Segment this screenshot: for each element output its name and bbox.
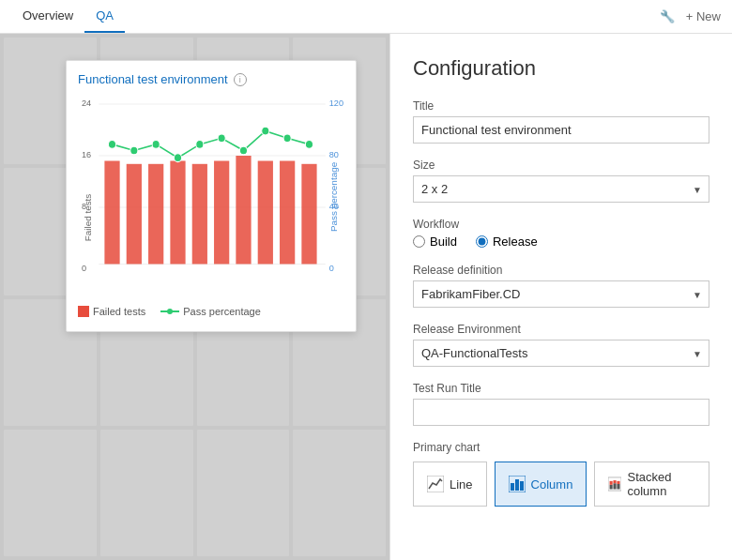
chart-options: Line Column [413,462,709,507]
svg-point-26 [152,141,160,149]
size-group: Size 1 x 1 2 x 2 3 x 3 4 x 4 ▼ [413,159,709,203]
release-def-label: Release definition [413,264,709,277]
primary-chart-label: Primary chart [413,441,709,454]
chart-option-stacked[interactable]: Stacked column [594,462,709,507]
svg-rect-41 [614,483,617,489]
svg-text:Pass percentage: Pass percentage [328,162,339,232]
config-title: Configuration [413,56,709,81]
workflow-build-radio[interactable] [413,235,425,248]
dashboard-grid: Functional test environment i 24 16 8 0 … [0,34,389,560]
release-env-select[interactable]: QA-FunctionalTests [413,340,709,367]
svg-point-24 [108,141,115,149]
grid-cell [4,430,97,556]
svg-rect-22 [280,161,295,265]
svg-point-31 [262,127,269,135]
svg-text:0: 0 [329,263,334,273]
widget-card: Functional test environment i 24 16 8 0 … [66,60,357,332]
release-def-select-wrapper: FabrikamFiber.CD ▼ [413,280,709,308]
svg-text:0: 0 [82,263,86,273]
svg-rect-40 [610,481,613,485]
widget-title-text: Functional test environment [78,72,228,86]
chart-option-line[interactable]: Line [413,462,487,507]
workflow-label: Workflow [413,218,709,231]
svg-text:120: 120 [329,98,343,108]
stacked-chart-icon [608,476,621,492]
title-label: Title [413,99,709,113]
workflow-group: Workflow Build Release [413,218,709,249]
svg-rect-21 [258,161,273,265]
legend-pass-line [160,310,179,312]
chart-area: 24 16 8 0 120 80 40 0 Failed tests Pass … [78,94,344,300]
tab-qa[interactable]: QA [84,0,125,33]
svg-rect-17 [170,161,185,265]
legend-failed-color [78,306,89,317]
svg-text:Failed tests: Failed tests [84,193,94,241]
info-icon[interactable]: i [234,73,247,86]
svg-rect-42 [614,480,617,483]
svg-rect-39 [610,485,613,490]
main-content: Functional test environment i 24 16 8 0 … [0,34,732,560]
svg-rect-18 [192,164,207,265]
grid-cell [293,430,386,556]
svg-point-33 [305,141,313,149]
svg-rect-14 [104,161,119,265]
svg-rect-37 [520,481,524,491]
test-run-group: Test Run Title [413,382,709,426]
column-chart-icon [509,476,526,492]
svg-point-32 [283,134,291,143]
test-run-label: Test Run Title [413,382,709,395]
header-actions: 🔧 + New [660,9,721,23]
svg-rect-15 [127,164,142,265]
svg-point-27 [174,154,181,162]
line-chart-icon [427,476,444,492]
title-input[interactable] [413,116,709,144]
svg-point-29 [218,134,225,143]
release-def-group: Release definition FabrikamFiber.CD ▼ [413,264,709,308]
svg-point-30 [239,146,247,155]
title-group: Title [413,99,709,144]
svg-text:16: 16 [82,149,91,159]
release-env-select-wrapper: QA-FunctionalTests ▼ [413,340,709,367]
workflow-release-label: Release [493,235,538,249]
legend-pass-label: Pass percentage [183,306,261,317]
primary-chart-group: Primary chart Line [413,441,709,507]
workflow-release-option[interactable]: Release [476,235,538,249]
chart-svg: 24 16 8 0 120 80 40 0 Failed tests Pass … [78,94,344,300]
svg-rect-35 [511,483,514,491]
svg-rect-36 [515,479,519,491]
size-label: Size [413,159,709,172]
release-env-label: Release Environment [413,323,709,336]
svg-rect-19 [214,161,229,265]
chart-option-stacked-label: Stacked column [627,470,695,498]
workflow-build-option[interactable]: Build [413,235,457,249]
wrench-icon: 🔧 [660,9,675,23]
svg-rect-43 [618,484,620,489]
chart-option-line-label: Line [450,477,473,492]
svg-rect-23 [301,164,316,265]
release-env-group: Release Environment QA-FunctionalTests ▼ [413,323,709,367]
svg-text:24: 24 [82,98,92,108]
new-button[interactable]: + New [686,9,721,23]
chart-option-column[interactable]: Column [495,462,587,507]
workflow-build-label: Build [430,235,457,249]
size-select-wrapper: 1 x 1 2 x 2 3 x 3 4 x 4 ▼ [413,175,709,203]
svg-point-25 [130,146,138,155]
tab-bar: Overview QA [11,0,125,33]
legend-pass: Pass percentage [160,306,261,317]
svg-text:80: 80 [329,149,339,159]
workflow-release-radio[interactable] [476,235,488,248]
release-def-select[interactable]: FabrikamFiber.CD [413,280,709,308]
svg-rect-44 [618,481,620,484]
test-run-input[interactable] [413,399,709,426]
workflow-radio-group: Build Release [413,235,709,249]
grid-cell [197,430,290,556]
grid-cell [100,430,193,556]
chart-legend: Failed tests Pass percentage [78,306,344,317]
tab-overview[interactable]: Overview [11,0,84,33]
size-select[interactable]: 1 x 1 2 x 2 3 x 3 4 x 4 [413,175,709,203]
config-panel: Configuration Title Size 1 x 1 2 x 2 3 x… [389,34,732,560]
chart-option-column-label: Column [531,477,573,492]
settings-button[interactable]: 🔧 [660,9,675,23]
header: Overview QA 🔧 + New [0,0,732,34]
svg-rect-16 [148,164,163,265]
